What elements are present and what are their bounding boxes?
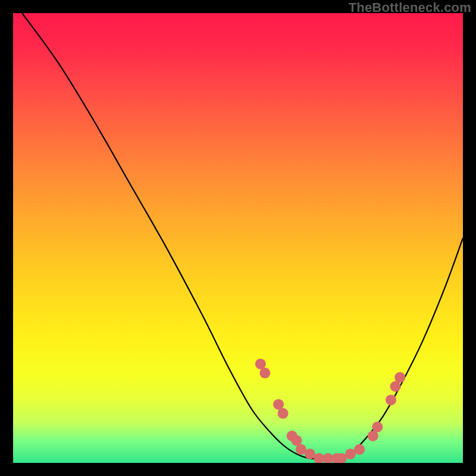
highlight-dots-group [255, 359, 405, 463]
highlight-dot [278, 408, 289, 419]
chart-container: TheBottleneck.com [0, 0, 476, 476]
plot-area [13, 13, 463, 463]
watermark-text: TheBottleneck.com [349, 0, 471, 15]
curve-path [22, 13, 463, 459]
highlight-dot [372, 422, 383, 433]
highlight-dot [386, 394, 396, 405]
chart-svg [13, 13, 463, 463]
highlight-dot [394, 372, 405, 383]
highlight-dot [259, 368, 270, 378]
highlight-dot [354, 444, 365, 455]
